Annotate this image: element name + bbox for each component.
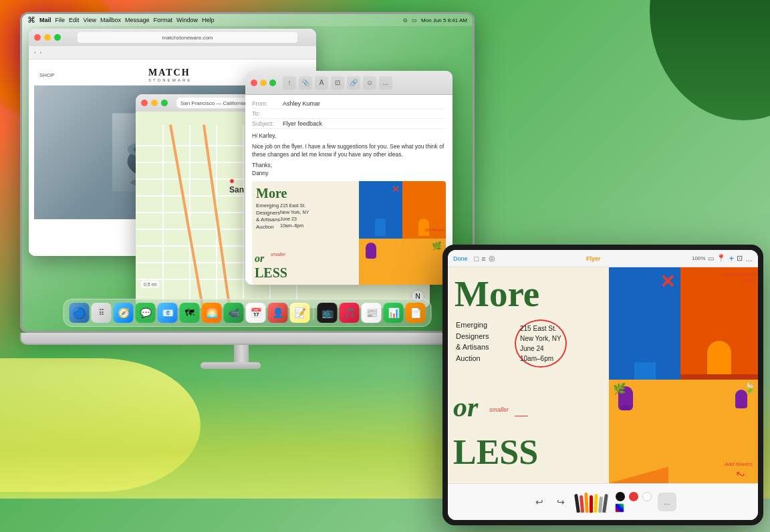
ipad-pen-5[interactable] <box>594 494 598 513</box>
more-button[interactable]: … <box>379 76 392 90</box>
color-red[interactable] <box>629 492 638 501</box>
color-picker[interactable] <box>615 503 624 513</box>
ipad-circle-icon[interactable]: ◎ <box>489 254 495 263</box>
photo-button[interactable]: ⊡ <box>331 76 344 90</box>
annotation-sun: sun instead of moon <box>722 271 755 283</box>
mail-compose-window[interactable]: ↑ 📎 A ⊡ 🔗 ☺ … From: Ashley Kumar <box>245 71 453 285</box>
dock-mail[interactable]: 📧 <box>158 303 178 323</box>
ipad-options-button[interactable]: … <box>658 493 676 511</box>
ipad-screen: Done □ ≡ ◎ Flyer 100% ▭ 📍 + ⊡ … <box>448 250 758 520</box>
ipad-flyer-large: More Emerging Designers & Artisans Aucti… <box>448 267 758 483</box>
menu-edit[interactable]: Edit <box>69 17 80 23</box>
attach-button[interactable]: 📎 <box>299 76 312 90</box>
ipad-view-grid-icon[interactable]: □ <box>475 255 479 263</box>
nav-forward[interactable]: › <box>40 49 42 55</box>
dock-messages[interactable]: 💬 <box>136 303 156 323</box>
annotation-cross: ✕ <box>392 184 400 194</box>
menubar-status: ⊙ ▭ Mon Jun 5 8:41 AM <box>403 17 467 23</box>
menu-help[interactable]: Help <box>202 17 215 23</box>
flyer-large-or: or <box>453 391 478 423</box>
site-logo-sub: STONEWARE <box>148 78 192 82</box>
maps-minimize-button[interactable] <box>151 100 158 106</box>
from-field: From: Ashley Kumar <box>252 99 446 109</box>
active-app-label[interactable]: Mail <box>39 17 51 23</box>
annotation-swirl: ↩ <box>733 467 747 482</box>
dock-calendar[interactable]: 📅 <box>246 303 266 323</box>
dock-launchpad[interactable]: ⠿ <box>92 303 112 323</box>
ipad-pen-3[interactable] <box>584 493 589 513</box>
battery-icon: ▭ <box>412 17 417 23</box>
link-button[interactable]: 🔗 <box>347 76 360 90</box>
ipad-toolbar: Done □ ≡ ◎ Flyer 100% ▭ 📍 + ⊡ … <box>448 250 758 267</box>
ipad[interactable]: Done □ ≡ ◎ Flyer 100% ▭ 📍 + ⊡ … <box>442 245 763 525</box>
dock-safari[interactable]: 🧭 <box>114 303 134 323</box>
mail-close-button[interactable] <box>251 80 257 86</box>
menu-format[interactable]: Format <box>153 17 172 23</box>
ipad-undo-button[interactable]: ↩ <box>530 493 549 511</box>
menu-file[interactable]: File <box>55 17 66 23</box>
ipad-done-button[interactable]: Done <box>453 255 468 262</box>
dock-maps[interactable]: 🗺 <box>180 303 200 323</box>
ipad-color-dots <box>615 492 652 513</box>
annotation-arrow <box>515 416 528 416</box>
subject-field[interactable]: Subject: Flyer feedback <box>252 119 446 129</box>
mail-maximize-button[interactable] <box>269 80 276 86</box>
apple-menu-icon[interactable]: ⌘ <box>27 15 35 25</box>
wifi-icon: ⊙ <box>403 17 408 23</box>
mail-compose-body[interactable]: Hi Karley, Nice job on the flyer. I have… <box>252 132 446 177</box>
imac-screen: ⌘ Mail File Edit View Mailbox Message Fo… <box>20 12 475 333</box>
dock-contacts[interactable]: 👤 <box>268 303 288 323</box>
ipad-color-row-2 <box>615 503 652 513</box>
ipad-share-icon[interactable]: ⊡ <box>737 254 743 263</box>
flyer-large-more: More <box>455 275 539 312</box>
format-button[interactable]: A <box>315 76 328 90</box>
menu-view[interactable]: View <box>84 17 96 23</box>
nav-back[interactable]: ‹ <box>34 49 36 55</box>
dock-notes[interactable]: 📝 <box>290 303 310 323</box>
ipad-list-icon[interactable]: ≡ <box>481 255 485 263</box>
menu-message[interactable]: Message <box>125 17 150 23</box>
ipad-pin-icon[interactable]: 📍 <box>717 254 726 263</box>
dock-finder[interactable]: 🔵 <box>70 303 90 323</box>
emoji-button[interactable]: ☺ <box>363 76 376 90</box>
ipad-more-icon[interactable]: … <box>745 255 753 263</box>
match-logo-container: MATCH STONEWARE <box>148 68 192 82</box>
send-button[interactable]: ↑ <box>283 76 296 90</box>
dock-music[interactable]: 🎵 <box>340 303 360 323</box>
flyer-left-panel: More Emerging Designers & Artisans Aucti… <box>252 181 359 285</box>
menu-window[interactable]: Window <box>176 17 198 23</box>
maps-maximize-button[interactable] <box>161 100 168 106</box>
annotation-bill-flowers: Bill flowers <box>425 228 444 232</box>
flyer-or-small: or <box>255 253 264 265</box>
ipad-bottom-toolbar: ↩ ↪ <box>448 483 758 520</box>
ipad-pen-4[interactable] <box>590 495 593 513</box>
match-shop-link[interactable]: SHOP <box>39 72 55 78</box>
maps-close-button[interactable] <box>141 100 148 106</box>
ipad-redo-button[interactable]: ↪ <box>551 493 570 511</box>
color-white[interactable] <box>642 492 652 501</box>
screen-content: ⌘ Mail File Edit View Mailbox Message Fo… <box>22 14 473 331</box>
menubar: ⌘ Mail File Edit View Mailbox Message Fo… <box>22 14 473 26</box>
ipad-title: Flyer <box>499 255 688 262</box>
dock-pages[interactable]: 📄 <box>406 303 426 323</box>
address-bar[interactable]: matchstoneware.com <box>78 32 297 43</box>
maximize-button[interactable] <box>54 34 61 41</box>
dock-numbers[interactable]: 📊 <box>384 303 404 323</box>
ipad-color-row-1 <box>615 492 652 501</box>
dock-photos[interactable]: 🌅 <box>202 303 222 323</box>
flyer-more-large: More <box>256 186 287 200</box>
to-field[interactable]: To: <box>252 109 446 119</box>
mail-minimize-button[interactable] <box>260 80 267 86</box>
minimize-button[interactable] <box>44 34 51 41</box>
dock-appletv[interactable]: 📺 <box>317 303 338 323</box>
ipad-pen-7[interactable] <box>602 494 608 513</box>
dock-facetime[interactable]: 📹 <box>224 303 244 323</box>
menu-mailbox[interactable]: Mailbox <box>100 17 121 23</box>
color-black[interactable] <box>616 492 625 501</box>
desktop: ⌘ Mail File Edit View Mailbox Message Fo… <box>0 0 770 532</box>
dock: 🔵 ⠿ 🧭 💬 📧 🗺 <box>63 299 432 327</box>
close-button[interactable] <box>34 34 41 41</box>
dock-news[interactable]: 📰 <box>362 303 382 323</box>
ipad-add-button[interactable]: + <box>729 253 734 263</box>
map-pin-chase[interactable] <box>229 178 235 184</box>
